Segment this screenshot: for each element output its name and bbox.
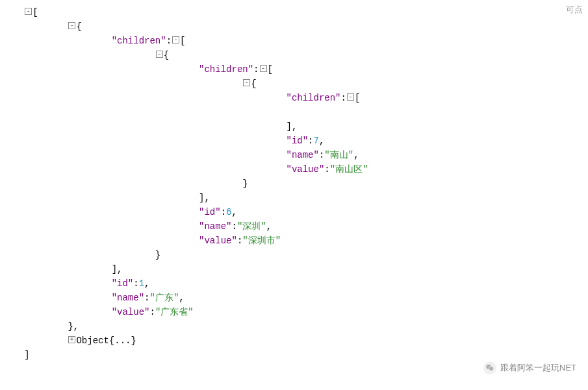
- json-key: children: [204, 64, 248, 75]
- json-line: ],: [8, 191, 580, 205]
- json-line: [8, 105, 580, 119]
- watermark-text: 跟着阿笨一起玩NET: [500, 362, 576, 374]
- collapse-icon[interactable]: -: [25, 8, 32, 15]
- collapse-icon[interactable]: -: [347, 93, 354, 101]
- json-key: value: [117, 307, 144, 317]
- json-number: 1: [139, 278, 144, 289]
- json-string: 南山区: [335, 164, 363, 175]
- json-line: "name":"广东",: [8, 291, 580, 305]
- json-line: "id":6,: [8, 205, 580, 219]
- json-line: "children":-[: [8, 34, 580, 48]
- json-line: -{: [8, 19, 580, 34]
- json-key: value: [292, 164, 319, 175]
- json-key: id: [292, 136, 303, 146]
- json-line: -[: [8, 5, 580, 19]
- wechat-icon: [483, 361, 496, 374]
- collapse-icon[interactable]: -: [156, 51, 163, 58]
- json-key: name: [117, 293, 139, 303]
- json-line: "name":"南山",: [8, 148, 580, 162]
- json-number: 6: [226, 207, 231, 217]
- json-line: +Object{...}: [8, 334, 580, 348]
- collapse-icon[interactable]: -: [243, 79, 250, 86]
- collapsed-object[interactable]: Object{...}: [76, 335, 136, 346]
- json-line: },: [8, 319, 580, 334]
- json-line: "name":"深圳",: [8, 219, 580, 234]
- json-string: 南山: [330, 150, 348, 160]
- watermark: 跟着阿笨一起玩NET: [483, 361, 576, 374]
- collapse-icon[interactable]: -: [260, 65, 267, 72]
- collapse-icon[interactable]: -: [172, 36, 179, 43]
- collapse-icon[interactable]: -: [68, 22, 75, 29]
- json-line: ]: [8, 348, 580, 362]
- json-string: 广东: [155, 293, 173, 303]
- json-string: 深圳: [242, 221, 261, 232]
- json-key: id: [204, 207, 215, 217]
- json-line: }: [8, 177, 580, 191]
- json-line: -{: [8, 48, 580, 62]
- json-line: "value":"广东省": [8, 305, 580, 319]
- json-line: "id":1,: [8, 276, 580, 291]
- json-line: "id":7,: [8, 134, 580, 148]
- json-line: -{: [8, 77, 580, 91]
- json-key: children: [292, 93, 335, 103]
- json-line: }: [8, 248, 580, 262]
- json-key: id: [117, 278, 128, 289]
- json-line: "value":"南山区": [8, 162, 580, 177]
- json-number: 7: [314, 136, 319, 146]
- corner-hint: 可点: [566, 4, 583, 16]
- json-string: 深圳市: [248, 236, 275, 246]
- json-string: 广东省: [160, 307, 188, 317]
- json-key: name: [204, 221, 226, 232]
- json-line: "children":-[: [8, 62, 580, 77]
- json-line: ],: [8, 262, 580, 276]
- json-line: "children":-[: [8, 91, 580, 105]
- expand-icon[interactable]: +: [68, 336, 75, 343]
- json-key: children: [117, 36, 160, 46]
- json-line: ],: [8, 119, 580, 134]
- json-key: name: [292, 150, 314, 160]
- json-key: value: [204, 236, 231, 246]
- json-line: "value":"深圳市": [8, 234, 580, 248]
- json-viewer: -[ -{ "children":-[ -{ "children":-[ -{: [0, 0, 588, 367]
